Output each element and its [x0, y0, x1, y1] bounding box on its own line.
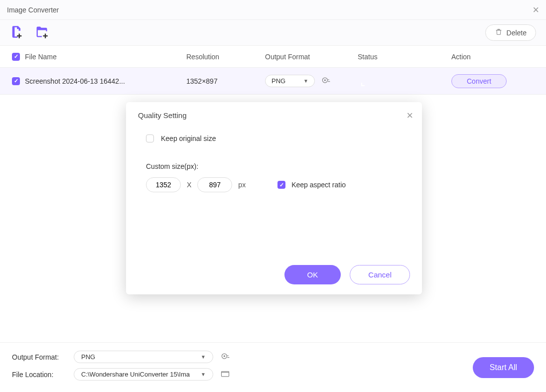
open-folder-icon[interactable] — [220, 369, 230, 380]
output-format-select[interactable]: PNG ▼ — [74, 351, 213, 363]
toolbar: Delete — [0, 20, 546, 46]
output-format-value: PNG — [81, 353, 95, 361]
file-location-select[interactable]: C:\Wondershare UniConverter 15\Ima ▼ — [74, 368, 213, 381]
chevron-down-icon: ▼ — [201, 372, 206, 377]
row-settings-icon[interactable] — [321, 75, 331, 87]
delete-label: Delete — [507, 29, 527, 37]
ok-button[interactable]: OK — [284, 265, 341, 284]
footer: Output Format: PNG ▼ File Location: C:\W… — [0, 342, 546, 392]
chevron-down-icon: ▼ — [303, 78, 308, 84]
footer-settings-icon[interactable] — [220, 351, 230, 363]
quality-setting-dialog: Quality Setting × Keep original size Cus… — [126, 102, 422, 294]
keep-ratio-label: Keep aspect ratio — [291, 181, 346, 189]
col-file-label: File Name — [25, 53, 57, 61]
table-row: Screenshot 2024-06-13 16442... 1352×897 … — [0, 68, 546, 95]
convert-button[interactable]: Convert — [451, 74, 507, 88]
keep-original-checkbox[interactable] — [146, 134, 154, 142]
close-icon[interactable]: × — [533, 3, 539, 16]
add-file-icon[interactable] — [10, 25, 24, 41]
dialog-close-icon[interactable]: × — [407, 109, 413, 122]
dialog-title: Quality Setting — [138, 111, 410, 120]
col-resolution-label: Resolution — [186, 53, 265, 61]
file-location-value: C:\Wondershare UniConverter 15\Ima — [81, 371, 190, 378]
cancel-button[interactable]: Cancel — [350, 265, 410, 284]
custom-size-label: Custom size(px): — [146, 162, 198, 170]
col-status-label: Status — [358, 53, 451, 61]
titlebar: Image Converter × — [0, 0, 546, 20]
x-separator: X — [187, 181, 191, 189]
output-format-label: Output Format: — [12, 353, 67, 361]
row-format-value: PNG — [272, 77, 285, 85]
row-checkbox[interactable] — [12, 77, 20, 85]
add-folder-icon[interactable] — [35, 25, 49, 41]
svg-point-1 — [324, 79, 326, 81]
col-format-label: Output Format — [265, 53, 358, 61]
window-title: Image Converter — [7, 6, 59, 14]
delete-button[interactable]: Delete — [485, 24, 536, 41]
row-filename: Screenshot 2024-06-13 16442... — [25, 77, 125, 85]
row-format-select[interactable]: PNG ▼ — [265, 75, 315, 87]
px-label: px — [238, 181, 246, 189]
height-input[interactable] — [197, 177, 232, 192]
keep-original-label: Keep original size — [161, 134, 216, 142]
row-resolution: 1352×897 — [186, 77, 265, 85]
width-input[interactable] — [146, 177, 181, 192]
table-header: File Name Resolution Output Format Statu… — [0, 46, 546, 68]
select-all-checkbox[interactable] — [12, 53, 20, 61]
file-location-label: File Location: — [12, 371, 67, 379]
chevron-down-icon: ▼ — [201, 354, 206, 360]
svg-point-3 — [224, 355, 225, 357]
keep-ratio-checkbox[interactable] — [277, 181, 285, 189]
trash-icon — [495, 28, 503, 37]
start-all-button[interactable]: Start All — [473, 357, 534, 378]
col-action-label: Action — [451, 53, 534, 61]
